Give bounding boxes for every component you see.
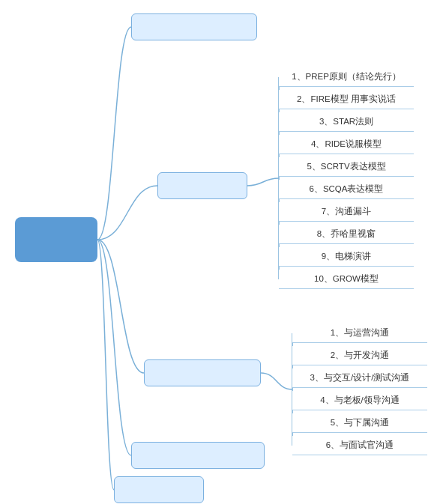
level2-node-3-0[interactable]: 1、与运营沟通 bbox=[292, 324, 427, 343]
level2-node-2-9[interactable]: 10、GROW模型 bbox=[279, 270, 414, 289]
level2-node-2-8[interactable]: 9、电梯演讲 bbox=[279, 247, 414, 267]
level2-label-3-5: 6、与面试官沟通 bbox=[326, 440, 394, 451]
level2-node-2-7[interactable]: 8、乔哈里视窗 bbox=[279, 225, 414, 244]
level2-node-2-1[interactable]: 2、FIRE模型 用事实说话 bbox=[279, 90, 414, 109]
root-node bbox=[15, 217, 97, 262]
level2-label-2-5: 6、SCQA表达模型 bbox=[310, 183, 384, 195]
level2-label-3-4: 5、与下属沟通 bbox=[331, 417, 389, 428]
level2-label-2-7: 8、乔哈里视窗 bbox=[317, 228, 376, 240]
level2-label-2-9: 10、GROW模型 bbox=[314, 273, 379, 285]
level1-node-5[interactable] bbox=[114, 476, 204, 503]
mind-map: 1、PREP原则（结论先行）2、FIRE模型 用事实说话3、STAR法则4、RI… bbox=[0, 0, 437, 504]
level2-label-2-4: 5、SCRTV表达模型 bbox=[307, 161, 385, 172]
level2-node-3-2[interactable]: 3、与交互/设计/测试沟通 bbox=[292, 368, 427, 388]
level2-node-3-4[interactable]: 5、与下属沟通 bbox=[292, 413, 427, 433]
level1-node-2[interactable] bbox=[157, 172, 247, 199]
level2-node-3-3[interactable]: 4、与老板/领导沟通 bbox=[292, 391, 427, 410]
level2-label-2-1: 2、FIRE模型 用事实说话 bbox=[297, 94, 396, 105]
level2-node-2-5[interactable]: 6、SCQA表达模型 bbox=[279, 180, 414, 199]
level2-node-2-4[interactable]: 5、SCRTV表达模型 bbox=[279, 157, 414, 177]
level2-label-2-8: 9、电梯演讲 bbox=[322, 251, 371, 262]
level2-node-3-1[interactable]: 2、与开发沟通 bbox=[292, 346, 427, 365]
level2-node-2-2[interactable]: 3、STAR法则 bbox=[279, 112, 414, 132]
level2-label-2-6: 7、沟通漏斗 bbox=[322, 206, 371, 217]
level2-node-2-0[interactable]: 1、PREP原则（结论先行） bbox=[279, 67, 414, 87]
level2-label-2-3: 4、RIDE说服模型 bbox=[311, 139, 382, 150]
level2-label-3-3: 4、与老板/领导沟通 bbox=[320, 395, 400, 406]
level2-node-2-3[interactable]: 4、RIDE说服模型 bbox=[279, 135, 414, 154]
level2-label-2-2: 3、STAR法则 bbox=[319, 116, 373, 127]
level2-label-3-1: 2、与开发沟通 bbox=[331, 350, 389, 361]
level2-label-2-0: 1、PREP原则（结论先行） bbox=[292, 71, 401, 82]
level2-label-3-2: 3、与交互/设计/测试沟通 bbox=[310, 372, 410, 383]
level2-label-3-0: 1、与运营沟通 bbox=[331, 327, 389, 338]
level2-node-2-6[interactable]: 7、沟通漏斗 bbox=[279, 202, 414, 222]
level1-node-3[interactable] bbox=[144, 359, 261, 386]
level1-node-1[interactable] bbox=[131, 13, 257, 40]
level1-node-4[interactable] bbox=[131, 442, 265, 469]
level2-node-3-5[interactable]: 6、与面试官沟通 bbox=[292, 436, 427, 455]
